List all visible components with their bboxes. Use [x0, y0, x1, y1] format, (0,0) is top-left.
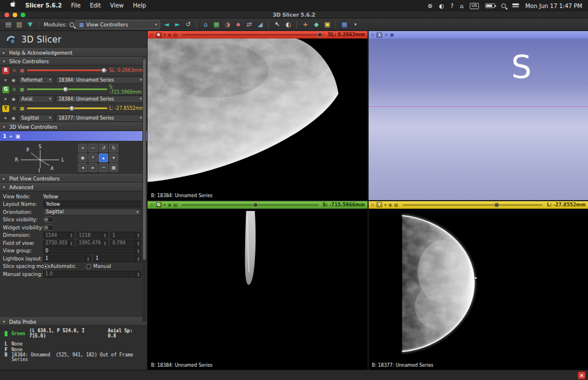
visibility-eye-icon[interactable]: ◉: [168, 202, 172, 208]
segment-editor-button[interactable]: ◢: [255, 20, 265, 29]
menu-chevron-icon[interactable]: ▾: [384, 202, 386, 208]
menubar-app-name[interactable]: Slicer 5.6.2: [21, 0, 67, 11]
yellow-orientation-select[interactable]: Sagittal▾: [18, 114, 54, 122]
slice-visibility-toggle[interactable]: [43, 217, 55, 222]
apple-menu[interactable]: [6, 0, 21, 11]
section-slice-controllers[interactable]: ▾ Slice Controllers: [0, 57, 147, 66]
pin-icon[interactable]: ⊙: [150, 202, 154, 208]
fov-y-spinbox[interactable]: 1991.476 ▴▾: [76, 240, 107, 247]
yaw-left-button[interactable]: ◂: [78, 163, 87, 172]
dimension-y-spinbox[interactable]: 1118 ▴▾: [76, 232, 107, 239]
layout-grid-icon[interactable]: ▦: [19, 87, 25, 92]
green-view-offset-slider[interactable]: [181, 202, 318, 208]
rotate-right-button[interactable]: ↻: [109, 144, 118, 152]
spin-button[interactable]: ~: [99, 163, 108, 172]
transforms-module-button[interactable]: ⇄: [244, 20, 254, 29]
menu-chevron-icon[interactable]: ▾: [164, 32, 166, 37]
layout-grid-icon[interactable]: ▦: [19, 106, 25, 111]
data-module-button[interactable]: ▦: [211, 20, 221, 29]
red-orientation-select[interactable]: Reformat▾: [18, 76, 54, 84]
yellow-view-letter[interactable]: Y: [376, 202, 382, 208]
red-view-badge[interactable]: R: [2, 67, 9, 74]
layout-select-button[interactable]: ▦: [339, 20, 349, 29]
yaw-right-button[interactable]: ▸: [88, 163, 98, 172]
threed-view-controller[interactable]: 1 + ▣: [0, 131, 147, 141]
visibility-eye-icon[interactable]: ◉: [168, 32, 172, 37]
menu-file[interactable]: File: [67, 0, 86, 11]
moon-icon[interactable]: ◐: [439, 3, 444, 9]
mouse-pointer-button[interactable]: ↖: [272, 20, 282, 29]
green-view-body[interactable]: B: 18384: Unnamed Series: [148, 209, 368, 370]
widget-visibility-toggle[interactable]: [43, 225, 55, 231]
dimension-z-spinbox[interactable]: 1 ▴▾: [110, 232, 141, 239]
section-advanced[interactable]: ▾ Advanced: [0, 183, 147, 191]
battery-icon[interactable]: [485, 3, 495, 8]
zoom-in-button[interactable]: +: [78, 144, 87, 152]
window-close-button[interactable]: [5, 13, 9, 17]
pin-icon[interactable]: ⊙: [11, 68, 17, 73]
chevron-down-icon[interactable]: ▾: [2, 78, 9, 83]
pin-icon[interactable]: ⊙: [150, 32, 154, 37]
fov-z-spinbox[interactable]: 0.794 ▴▾: [110, 240, 141, 247]
pin-icon[interactable]: ⊙: [11, 87, 17, 92]
zoom-out-button[interactable]: −: [88, 144, 98, 152]
section-data-probe[interactable]: ▾ Data Probe: [0, 317, 147, 326]
crosshair-icon[interactable]: +: [9, 133, 13, 139]
tools-icon[interactable]: ⚙: [428, 3, 433, 9]
window-minimize-button[interactable]: [13, 13, 17, 17]
magnet-button[interactable]: ◆: [311, 20, 321, 29]
red-slice-offset-slider[interactable]: [27, 68, 107, 74]
lightbox-columns-spinbox[interactable]: 1 ▴▾: [94, 255, 142, 262]
error-log-button[interactable]: ×: [578, 371, 586, 379]
fov-x-spinbox[interactable]: 2750.303 ▴▾: [43, 240, 74, 247]
yellow-series-select[interactable]: 18377: Unnamed Series▾: [56, 114, 145, 122]
sidebar-scrollbar[interactable]: [142, 57, 146, 322]
volumes-module-button[interactable]: ◑: [222, 20, 232, 29]
menu-chevron-icon[interactable]: ▾: [164, 202, 166, 208]
lightbox-rows-spinbox[interactable]: 1 ▴▾: [43, 255, 91, 262]
pitch-up-button[interactable]: ▴: [99, 153, 108, 162]
module-forward-button[interactable]: ►: [172, 20, 182, 29]
layout-name-input[interactable]: Yellow: [43, 201, 141, 208]
crosshair-icon[interactable]: +: [384, 32, 388, 37]
crosshair-button[interactable]: +: [300, 20, 310, 29]
stereo-button[interactable]: ▦: [109, 163, 118, 172]
home-icon[interactable]: ⌂: [460, 3, 463, 9]
pin-icon[interactable]: ⊙: [371, 32, 375, 37]
red-view-letter[interactable]: R: [156, 32, 162, 38]
orientation-select[interactable]: Sagittal▾: [43, 209, 141, 216]
add-dicom-button[interactable]: ▥: [14, 20, 24, 29]
yellow-view-offset-slider[interactable]: [403, 202, 543, 208]
markups-module-button[interactable]: ●: [233, 20, 243, 29]
red-view-body[interactable]: B: 18384: Unnamed Series: [148, 39, 368, 200]
visibility-eye-icon[interactable]: ◉: [10, 116, 17, 121]
load-data-button[interactable]: ▤: [3, 20, 13, 29]
dimension-x-spinbox[interactable]: 1544 ▴▾: [43, 232, 74, 239]
layout-grid-icon[interactable]: ▦: [19, 68, 25, 73]
green-view-badge[interactable]: G: [2, 86, 9, 93]
view-group-spinbox[interactable]: 0 ▴▾: [43, 247, 141, 254]
red-view-offset-slider[interactable]: [181, 32, 324, 37]
green-slice-offset-slider[interactable]: [27, 87, 107, 93]
link-views-icon[interactable]: ▦: [173, 32, 178, 37]
window-zoom-button[interactable]: [21, 13, 25, 17]
keyboard-layout-badge[interactable]: US: [470, 3, 479, 9]
visibility-eye-icon[interactable]: ◉: [10, 97, 17, 102]
pin-icon[interactable]: ⊙: [11, 106, 17, 111]
chevron-down-icon[interactable]: ▾: [2, 116, 9, 121]
menu-edit[interactable]: Edit: [85, 0, 105, 11]
link-views-icon[interactable]: ▦: [394, 202, 399, 208]
visibility-eye-icon[interactable]: ◉: [388, 202, 392, 208]
look-from-axis-button[interactable]: ◉: [78, 153, 87, 162]
orientation-axes-widget[interactable]: S P R L A I: [5, 143, 69, 172]
control-center-icon[interactable]: [512, 3, 519, 8]
pitch-down-button[interactable]: ▾: [109, 153, 118, 162]
section-plot-view-controllers[interactable]: ▸ Plot View Controllers: [0, 174, 147, 183]
menubar-clock[interactable]: Mon Jun 17 1:47 PM: [525, 3, 582, 9]
green-series-select[interactable]: 18384: Unnamed Series▾: [56, 95, 145, 103]
maximize-icon[interactable]: ▣: [16, 133, 21, 139]
threed-view-body[interactable]: S: [369, 39, 588, 200]
save-scene-button[interactable]: ▼: [25, 20, 35, 29]
visibility-eye-icon[interactable]: ◉: [10, 78, 17, 83]
link-views-icon[interactable]: ▦: [173, 202, 178, 208]
